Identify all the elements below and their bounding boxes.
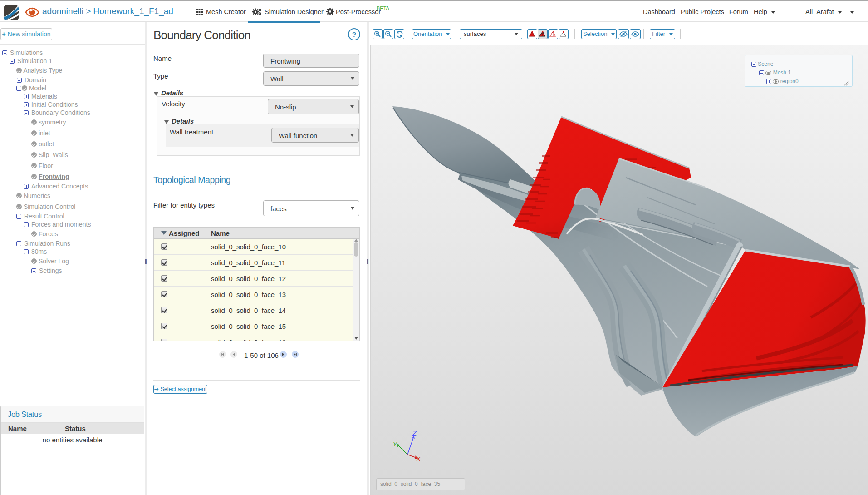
svg-text:Y: Y bbox=[393, 441, 397, 448]
svg-text:Z: Z bbox=[412, 429, 417, 437]
svg-text:X: X bbox=[416, 455, 421, 462]
